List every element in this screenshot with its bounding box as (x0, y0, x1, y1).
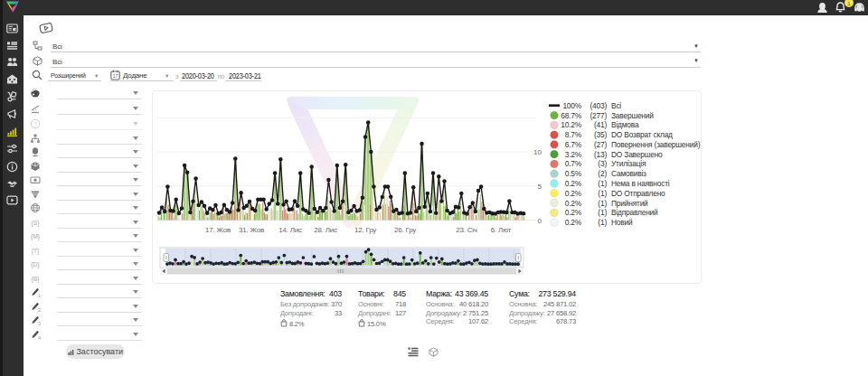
svg-text:Новий: Новий (611, 218, 633, 227)
svg-text:0.2%: 0.2% (565, 179, 582, 188)
svg-text:0: 0 (538, 217, 542, 225)
svg-text:{D}: {D} (31, 261, 40, 268)
svg-text:23. Січ: 23. Січ (456, 226, 477, 234)
svg-text:(41): (41) (594, 120, 608, 129)
svg-text:(3): (3) (598, 159, 607, 168)
svg-text:DO Отправлено: DO Отправлено (611, 189, 665, 198)
svg-text:0.2%: 0.2% (565, 189, 582, 198)
svg-text:6.7%: 6.7% (565, 140, 582, 149)
svg-text:(27): (27) (594, 140, 608, 149)
svg-text:Відправлений: Відправлений (611, 208, 658, 217)
svg-text:28. Лис: 28. Лис (314, 226, 337, 234)
svg-text:17. Жов: 17. Жов (205, 226, 231, 234)
svg-text:0.2%: 0.2% (565, 218, 582, 227)
svg-text:Утилізація: Утилізація (611, 159, 646, 168)
svg-text:(1): (1) (598, 179, 607, 188)
svg-text:12. Гру: 12. Гру (354, 226, 376, 234)
svg-text:1: 1 (38, 293, 41, 297)
svg-text:0.2%: 0.2% (565, 208, 582, 217)
svg-text:Самовивіз: Самовивіз (611, 169, 646, 178)
svg-text:100%: 100% (562, 101, 581, 110)
svg-text:{B}: {B} (31, 275, 40, 282)
svg-text:(35): (35) (594, 130, 608, 139)
svg-text:8.7%: 8.7% (565, 130, 582, 139)
svg-text:0.7%: 0.7% (565, 159, 582, 168)
svg-text:3: 3 (38, 321, 41, 325)
svg-text:4: 4 (38, 334, 41, 339)
svg-text:31. Жов: 31. Жов (239, 226, 264, 234)
svg-text:Повернення (завершений): Повернення (завершений) (611, 140, 701, 149)
svg-text:{T}: {T} (32, 247, 40, 254)
svg-text:(13): (13) (594, 150, 608, 159)
svg-text:(403): (403) (590, 101, 607, 110)
svg-text:DO Возврат склад: DO Возврат склад (611, 130, 673, 139)
svg-text:3.2%: 3.2% (565, 150, 582, 159)
svg-text:10: 10 (533, 148, 542, 156)
svg-text:Відмова: Відмова (611, 120, 639, 129)
svg-text:14. Лис: 14. Лис (278, 226, 302, 234)
svg-text:6. Лют: 6. Лют (491, 226, 512, 234)
svg-text:(1): (1) (598, 218, 607, 227)
svg-text:{M}: {M} (31, 233, 41, 240)
svg-text:Нема в наявності: Нема в наявності (611, 179, 670, 188)
svg-text:(277): (277) (590, 111, 607, 120)
svg-text:{S}: {S} (31, 219, 40, 226)
svg-text:5: 5 (538, 183, 542, 191)
svg-text:Всі: Всі (611, 101, 621, 110)
svg-text:68.7%: 68.7% (561, 111, 582, 120)
svg-text:(1): (1) (598, 189, 607, 198)
svg-text:10.2%: 10.2% (561, 120, 582, 129)
svg-text:26. Гру: 26. Гру (394, 226, 416, 234)
svg-text:DO Завершено: DO Завершено (611, 150, 663, 159)
svg-text:0.2%: 0.2% (565, 199, 582, 208)
svg-text:0.5%: 0.5% (565, 169, 582, 178)
svg-text:(1): (1) (598, 199, 607, 208)
svg-text:(2): (2) (598, 169, 607, 178)
svg-text:Завершений: Завершений (611, 111, 654, 120)
svg-text:17: 17 (113, 73, 118, 79)
svg-text:?: ? (33, 121, 37, 127)
svg-text:2: 2 (38, 306, 41, 311)
svg-text:(1): (1) (598, 208, 607, 217)
svg-text:Прийнятий: Прийнятий (611, 199, 648, 208)
